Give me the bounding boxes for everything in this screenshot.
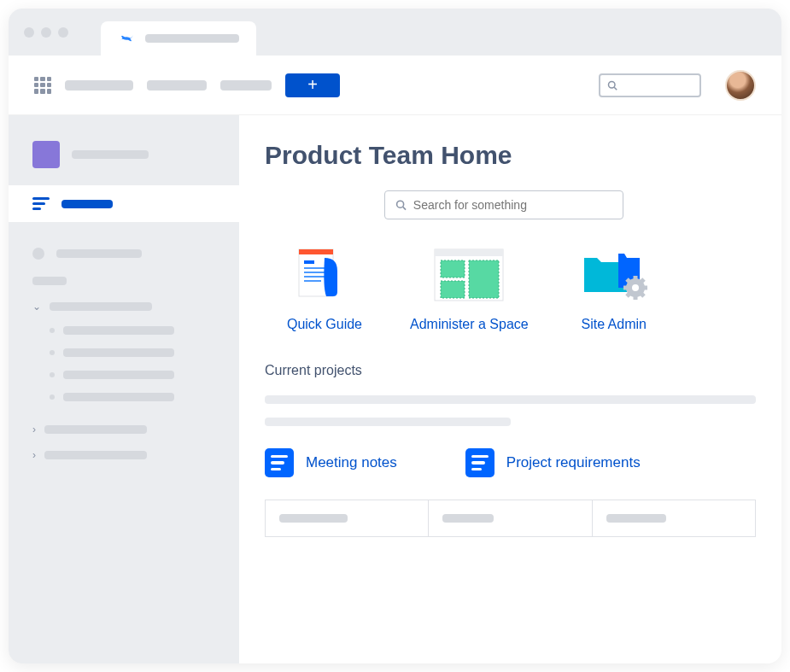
space-name-placeholder: [72, 150, 149, 159]
svg-line-3: [403, 207, 406, 209]
app-window: +: [9, 9, 781, 663]
svg-rect-15: [441, 281, 465, 298]
folder-gear-icon: [571, 245, 657, 305]
svg-point-17: [632, 284, 639, 291]
top-navigation: +: [9, 56, 781, 115]
nav-item-placeholder[interactable]: [147, 80, 207, 91]
svg-line-25: [641, 279, 644, 283]
link-label: Meeting notes: [306, 454, 397, 471]
create-button[interactable]: +: [285, 73, 340, 97]
window-control-dot[interactable]: [41, 27, 51, 38]
svg-rect-5: [299, 249, 333, 254]
content-placeholder: [265, 395, 756, 404]
browser-titlebar: [9, 9, 781, 56]
svg-line-23: [641, 293, 644, 296]
browser-tab[interactable]: [101, 21, 256, 56]
section-heading-projects: Current projects: [265, 363, 756, 378]
content-table: [265, 500, 756, 537]
svg-line-1: [614, 87, 617, 90]
sidebar-label-placeholder: [61, 200, 113, 208]
document-icon: [282, 245, 367, 305]
chevron-down-icon: ⌄: [32, 301, 41, 313]
app-body: ⌄ › ›: [9, 115, 781, 663]
sidebar-item-active[interactable]: [9, 185, 239, 222]
space-icon: [32, 141, 60, 168]
app-switcher-icon[interactable]: [34, 77, 51, 94]
tree-item[interactable]: [9, 319, 239, 342]
search-icon: [395, 199, 407, 211]
svg-rect-6: [304, 260, 314, 264]
svg-rect-10: [304, 280, 321, 282]
svg-point-0: [609, 81, 616, 88]
overview-icon: [32, 197, 50, 210]
page-icon: [465, 448, 494, 477]
svg-rect-14: [469, 260, 499, 298]
svg-rect-13: [441, 260, 465, 278]
chevron-right-icon: ›: [32, 449, 36, 461]
tree-item[interactable]: ⌄: [9, 294, 239, 319]
tree-item[interactable]: ›: [9, 417, 239, 442]
card-label: Quick Guide: [287, 317, 362, 332]
table-cell: [429, 500, 592, 536]
space-header[interactable]: [9, 132, 239, 177]
card-administer-space[interactable]: Administer a Space: [410, 245, 529, 332]
tree-item[interactable]: ›: [9, 442, 239, 468]
page-icon: [265, 448, 294, 477]
page-search-input[interactable]: [413, 198, 612, 212]
nav-item-placeholder[interactable]: [220, 80, 272, 91]
link-meeting-notes[interactable]: Meeting notes: [265, 448, 397, 477]
quick-links-row: Quick Guide Administer a Space Site Admi…: [265, 245, 756, 332]
page-links-row: Meeting notes Project requirements: [265, 448, 756, 477]
content-placeholder: [265, 418, 511, 426]
sidebar-item[interactable]: [9, 268, 239, 294]
table-cell: [593, 500, 755, 536]
confluence-icon: [118, 30, 135, 47]
sidebar: ⌄ › ›: [9, 115, 239, 663]
page-title: Product Team Home: [265, 141, 756, 170]
sidebar-item[interactable]: [9, 239, 239, 268]
table-cell: [266, 500, 429, 536]
page-search[interactable]: [384, 190, 623, 219]
link-project-requirements[interactable]: Project requirements: [465, 448, 641, 477]
svg-rect-12: [435, 249, 503, 256]
tree-item[interactable]: [9, 342, 239, 364]
main-content: Product Team Home Quick Guide Administer…: [239, 115, 781, 663]
svg-point-2: [397, 201, 404, 207]
tree-item[interactable]: [9, 364, 239, 386]
tab-title-placeholder: [145, 34, 239, 43]
card-site-admin[interactable]: Site Admin: [571, 245, 657, 332]
tree-item[interactable]: [9, 386, 239, 408]
nav-item-placeholder[interactable]: [65, 80, 133, 91]
svg-line-22: [627, 279, 630, 283]
card-label: Site Admin: [581, 317, 646, 332]
svg-line-24: [627, 293, 630, 296]
layout-icon: [426, 245, 512, 305]
card-label: Administer a Space: [410, 317, 529, 332]
user-avatar[interactable]: [725, 70, 756, 101]
window-control-dot[interactable]: [24, 27, 34, 38]
card-quick-guide[interactable]: Quick Guide: [282, 245, 367, 332]
search-icon: [607, 80, 617, 91]
link-label: Project requirements: [506, 454, 641, 471]
global-search[interactable]: [599, 73, 701, 97]
window-control-dot[interactable]: [58, 27, 68, 38]
chevron-right-icon: ›: [32, 424, 36, 435]
